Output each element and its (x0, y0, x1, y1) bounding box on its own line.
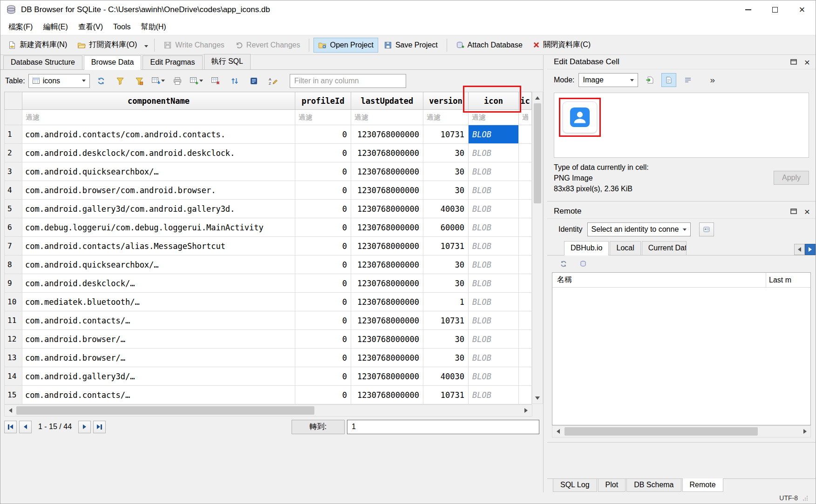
maximize-button[interactable] (762, 0, 789, 19)
cell-componentname[interactable]: com.mediatek.bluetooth/… (22, 293, 295, 311)
cell-partial[interactable] (519, 293, 532, 311)
remote-tab-current-database[interactable]: Current Dat (642, 241, 687, 255)
horizontal-scrollbar[interactable] (4, 404, 532, 417)
tab-scroll-right-button[interactable] (805, 244, 816, 255)
remote-tab-local[interactable]: Local (610, 241, 640, 255)
cell-partial[interactable] (519, 274, 532, 293)
horizontal-scroll-track[interactable] (16, 405, 520, 416)
new-database-button[interactable]: 新建資料庫(N) (3, 37, 72, 53)
cell-icon-blob[interactable]: BLOB (469, 255, 519, 274)
apply-button[interactable]: Apply (774, 171, 809, 185)
cell-profileid[interactable]: 0 (295, 386, 351, 404)
scroll-left-button[interactable] (5, 405, 16, 416)
save-filter-button[interactable] (131, 74, 147, 88)
goto-button[interactable]: 轉到: (292, 420, 345, 434)
cell-icon-blob[interactable]: BLOB (469, 181, 519, 200)
open-project-button[interactable]: Open Project (313, 38, 378, 53)
cell-profileid[interactable]: 0 (295, 162, 351, 181)
cell-partial[interactable] (519, 349, 532, 367)
cell-version[interactable]: 30 (423, 330, 469, 349)
cell-profileid[interactable]: 0 (295, 311, 351, 330)
global-filter-input[interactable] (290, 74, 406, 88)
column-header-icon[interactable]: icon (469, 92, 519, 110)
cell-lastupdated[interactable]: 1230768000000 (351, 293, 423, 311)
cell-partial[interactable] (519, 237, 532, 255)
cell-icon-blob[interactable]: BLOB (469, 162, 519, 181)
tab-db-schema[interactable]: DB Schema (626, 479, 681, 492)
cell-lastupdated[interactable]: 1230768000000 (351, 162, 423, 181)
vertical-scroll-thumb[interactable] (534, 103, 541, 203)
cell-lastupdated[interactable]: 1230768000000 (351, 125, 423, 144)
column-header-version[interactable]: version (423, 92, 469, 110)
table-select[interactable]: icons (28, 74, 90, 88)
cell-lastupdated[interactable]: 1230768000000 (351, 330, 423, 349)
menu-help[interactable]: 幫助(H) (136, 20, 171, 34)
tab-plot[interactable]: Plot (598, 479, 626, 492)
cell-partial[interactable] (519, 125, 532, 144)
cell-version[interactable]: 30 (423, 162, 469, 181)
cell-profileid[interactable]: 0 (295, 181, 351, 200)
previous-page-button[interactable] (19, 421, 32, 433)
tree-column-name[interactable]: 名稱 (552, 273, 766, 287)
cell-profileid[interactable]: 0 (295, 218, 351, 237)
tab-sql-log[interactable]: SQL Log (553, 479, 597, 492)
new-record-button[interactable] (189, 74, 204, 88)
cell-version[interactable]: 10731 (423, 386, 469, 404)
cell-icon-blob[interactable]: BLOB (469, 218, 519, 237)
cell-lastupdated[interactable]: 1230768000000 (351, 218, 423, 237)
tree-body[interactable] (552, 288, 810, 425)
cell-partial[interactable] (519, 162, 532, 181)
vertical-scroll-track[interactable] (532, 103, 543, 392)
cell-profileid[interactable]: 0 (295, 237, 351, 255)
tab-scroll-left-button[interactable] (794, 244, 805, 255)
cell-componentname[interactable]: com.android.contacts/… (22, 386, 295, 404)
vertical-scrollbar[interactable] (532, 92, 543, 404)
cell-profileid[interactable]: 0 (295, 144, 351, 162)
minimize-button[interactable] (734, 0, 762, 19)
tree-column-last-modified[interactable]: Last m (766, 273, 810, 287)
cell-icon-blob[interactable]: BLOB (469, 386, 519, 404)
horizontal-scroll-thumb[interactable] (16, 406, 314, 415)
cell-profileid[interactable]: 0 (295, 330, 351, 349)
clone-database-button[interactable] (575, 256, 591, 271)
edit-sort-button[interactable]: AZ (265, 74, 281, 88)
filter-input-lastupdated[interactable] (351, 110, 423, 125)
cell-componentname[interactable]: com.android.quicksearchbox/… (22, 162, 295, 181)
cell-componentname[interactable]: com.android.contacts/… (22, 311, 295, 330)
cell-lastupdated[interactable]: 1230768000000 (351, 349, 423, 367)
cell-icon-blob[interactable]: BLOB (469, 367, 519, 386)
cell-componentname[interactable]: com.android.quicksearchbox/… (22, 255, 295, 274)
close-panel-icon[interactable]: × (804, 207, 810, 216)
cell-icon-blob[interactable]: BLOB (469, 293, 519, 311)
attach-database-button[interactable]: Attach Database (451, 38, 527, 53)
cell-componentname[interactable]: com.debug.loggerui/com.debug.loggerui.Ma… (22, 218, 295, 237)
float-panel-icon[interactable] (790, 59, 797, 65)
goto-record-input[interactable] (347, 420, 539, 434)
first-page-button[interactable] (4, 421, 17, 433)
filter-input-componentname[interactable] (22, 110, 295, 125)
cell-lastupdated[interactable]: 1230768000000 (351, 144, 423, 162)
close-database-button[interactable]: 關閉資料庫(C) (528, 37, 595, 53)
cell-version[interactable]: 60000 (423, 218, 469, 237)
cell-partial[interactable] (519, 218, 532, 237)
cell-icon-blob[interactable]: BLOB (469, 125, 519, 144)
cell-partial[interactable] (519, 255, 532, 274)
save-table-button[interactable] (150, 74, 166, 88)
cell-version[interactable]: 10731 (423, 311, 469, 330)
cell-profileid[interactable]: 0 (295, 274, 351, 293)
cell-version[interactable]: 30 (423, 255, 469, 274)
print-button[interactable] (170, 74, 185, 88)
cell-profileid[interactable]: 0 (295, 200, 351, 218)
cell-version[interactable]: 10731 (423, 237, 469, 255)
cell-icon-blob[interactable]: BLOB (469, 330, 519, 349)
tab-database-structure[interactable]: Database Structure (3, 55, 82, 69)
cell-lastupdated[interactable]: 1230768000000 (351, 274, 423, 293)
menu-tools[interactable]: Tools (108, 20, 136, 34)
clear-filters-button[interactable] (112, 74, 128, 88)
close-panel-icon[interactable]: × (804, 57, 810, 67)
remote-refresh-button[interactable] (556, 256, 571, 271)
cell-partial[interactable] (519, 181, 532, 200)
cell-version[interactable]: 1 (423, 293, 469, 311)
refresh-button[interactable] (93, 74, 109, 88)
cell-lastupdated[interactable]: 1230768000000 (351, 200, 423, 218)
